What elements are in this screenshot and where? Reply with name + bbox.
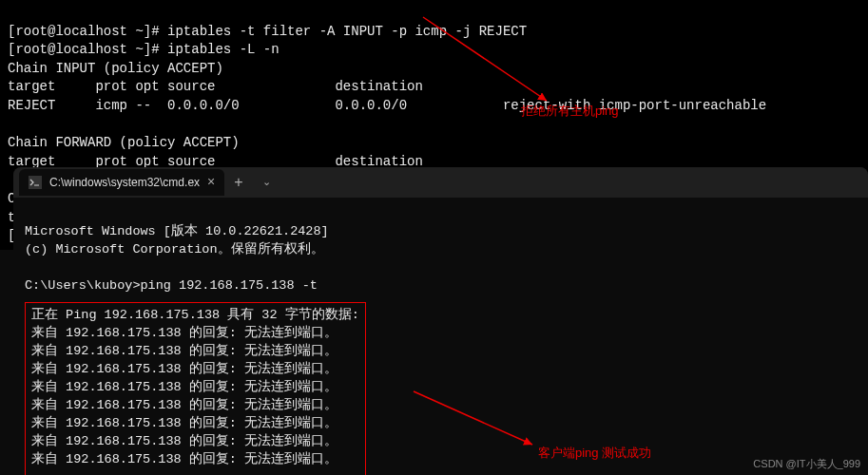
new-tab-button[interactable]: + [224,172,252,193]
cmd-prompt: C:\Users\kuboy>ping 192.168.175.138 -t [25,278,318,293]
cmd-body[interactable]: Microsoft Windows [版本 10.0.22621.2428] (… [13,198,868,475]
cmd-header2: (c) Microsoft Corporation。保留所有权利。 [25,242,324,256]
linux-line: Chain INPUT (policy ACCEPT) [8,61,223,76]
ping-line: 来自 192.168.175.138 的回复: 无法连到端口。 [31,452,338,466]
ping-output-box: 正在 Ping 192.168.175.138 具有 32 字节的数据: 来自 … [25,302,366,475]
cmd-icon [29,176,42,189]
cmd-tab-title: C:\windows\system32\cmd.ex [49,175,200,191]
ping-line: 来自 192.168.175.138 的回复: 无法连到端口。 [31,344,338,358]
dropdown-icon[interactable]: ⌄ [253,175,280,189]
annotation-label-2: 客户端ping 测试成功 [538,445,651,462]
ping-line: 来自 192.168.175.138 的回复: 无法连到端口。 [31,326,338,340]
linux-line: [root@localhost ~]# iptables -t filter -… [8,24,527,39]
ping-line: 来自 192.168.175.138 的回复: 无法连到端口。 [31,434,338,448]
cmd-window: C:\windows\system32\cmd.ex × + ⌄ Microso… [13,167,868,475]
linux-line: [root@localhost ~]# iptables -L -n [8,42,280,57]
ping-line: 来自 192.168.175.138 的回复: 无法连到端口。 [31,362,338,376]
linux-line: target prot opt source destination [8,79,423,94]
cmd-titlebar: C:\windows\system32\cmd.ex × + ⌄ [13,167,868,198]
watermark: CSDN @IT小美人_999 [753,457,860,471]
ping-header: 正在 Ping 192.168.175.138 具有 32 字节的数据: [31,308,359,322]
cmd-header1: Microsoft Windows [版本 10.0.22621.2428] [25,224,329,238]
annotation-label-1: 拒绝所有主机ping [521,103,619,120]
cmd-tab[interactable]: C:\windows\system32\cmd.ex × [19,169,224,196]
ping-line: 来自 192.168.175.138 的回复: 无法连到端口。 [31,380,338,394]
close-icon[interactable]: × [207,173,215,192]
linux-line: Chain FORWARD (policy ACCEPT) [8,135,240,150]
ping-line: 来自 192.168.175.138 的回复: 无法连到端口。 [31,398,338,412]
ping-line: 来自 192.168.175.138 的回复: 无法连到端口。 [31,416,338,430]
svg-rect-1 [29,176,42,189]
linux-line: REJECT icmp -- 0.0.0.0/0 0.0.0.0/0 rejec… [8,98,766,113]
